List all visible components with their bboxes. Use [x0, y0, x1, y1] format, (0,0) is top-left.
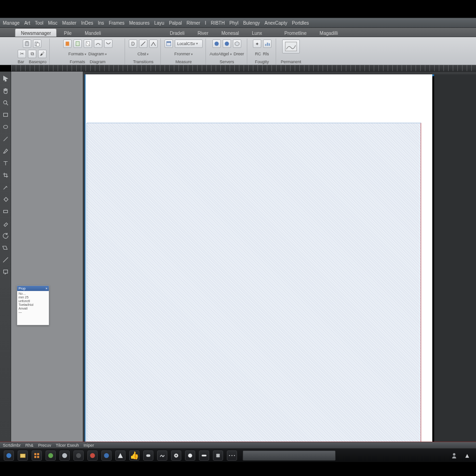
- localcsv-combo[interactable]: LocalCSv: [175, 40, 203, 48]
- clipboard-icon[interactable]: [23, 40, 31, 48]
- bucket-tool-icon[interactable]: [1, 195, 10, 204]
- menu-item-art[interactable]: Art: [24, 20, 30, 26]
- menu-item-palpal[interactable]: Palpal: [169, 20, 182, 26]
- tray-chevron-icon[interactable]: ▴: [462, 450, 472, 461]
- app11-icon[interactable]: [143, 450, 153, 461]
- measure-tool-icon[interactable]: [1, 256, 10, 264]
- menu-item-ribth[interactable]: RIBTH: [211, 20, 225, 26]
- menu-item-anexcapty[interactable]: AnexCapty: [264, 20, 287, 26]
- paste-icon[interactable]: [33, 40, 41, 48]
- ellipse-tool-icon[interactable]: [1, 123, 10, 131]
- grid-icon[interactable]: [32, 450, 42, 461]
- chart-icon[interactable]: [263, 40, 271, 48]
- eyedrop-tool-icon[interactable]: [1, 183, 10, 192]
- pill-icon[interactable]: [199, 450, 209, 461]
- tab-pile[interactable]: Pile: [58, 28, 78, 37]
- status-item[interactable]: Tilcer Eseuh: [56, 443, 79, 448]
- menu-item-bulengy[interactable]: Bulengy: [243, 20, 260, 26]
- explorer-icon[interactable]: [18, 450, 28, 461]
- menu-item-ritmer[interactable]: Ritmer: [186, 20, 200, 26]
- app8-icon[interactable]: [101, 450, 112, 461]
- app12-icon[interactable]: [157, 450, 167, 461]
- canvas-page[interactable]: [86, 123, 421, 442]
- prop-row[interactable]: No…: [19, 292, 47, 295]
- format-painter-icon[interactable]: 🖌: [38, 50, 46, 58]
- fronmer-dropdown[interactable]: Fronmer: [174, 52, 193, 56]
- gradient-tool-icon[interactable]: [1, 207, 10, 216]
- clover-icon[interactable]: [213, 450, 223, 461]
- preview-thumbnail-icon[interactable]: [282, 40, 300, 53]
- menu-item-master[interactable]: Master: [62, 20, 77, 26]
- cut-icon[interactable]: ✂: [18, 50, 26, 58]
- thumb-icon[interactable]: 👍: [129, 450, 139, 461]
- page2-icon[interactable]: [73, 40, 82, 48]
- menu-item-phyl[interactable]: Phyl: [229, 20, 238, 26]
- menu-item-portdles[interactable]: Portdles: [292, 20, 309, 26]
- cbst-dropdown[interactable]: Cbst: [138, 52, 149, 56]
- app9-icon[interactable]: [115, 450, 126, 461]
- new-doc-icon[interactable]: [84, 40, 92, 48]
- globe-icon[interactable]: [212, 40, 221, 48]
- line-tool-icon[interactable]: [1, 135, 10, 143]
- menu-item-frames[interactable]: Frames: [109, 20, 125, 26]
- tab-monesal[interactable]: Monesal: [215, 28, 245, 37]
- dot-icon[interactable]: [185, 450, 195, 461]
- connector-icon[interactable]: [94, 40, 102, 48]
- app4-icon[interactable]: [46, 450, 56, 461]
- prop-row[interactable]: unfonctl: [19, 299, 47, 303]
- properties-panel-header[interactable]: Prop ×: [17, 286, 49, 291]
- wand-icon[interactable]: ✦: [253, 40, 261, 48]
- menu-item-measures[interactable]: Measures: [129, 20, 150, 26]
- prop-row[interactable]: Toetadhiol: [19, 303, 47, 306]
- tab-newsmanager[interactable]: Newsmanager: [15, 28, 57, 37]
- connector2-icon[interactable]: [104, 40, 112, 48]
- prop-row[interactable]: —: [19, 311, 47, 314]
- d-shape-icon[interactable]: D: [129, 40, 137, 48]
- menu-item-misc[interactable]: Misc: [48, 20, 58, 26]
- close-icon[interactable]: ×: [46, 287, 47, 290]
- hand-tool-icon[interactable]: [1, 86, 10, 95]
- note-tool-icon[interactable]: [1, 268, 10, 276]
- formats-dropdown[interactable]: Formats: [68, 52, 86, 56]
- menu-item-ins[interactable]: Ins: [98, 20, 104, 26]
- status-item[interactable]: Iniper: [84, 443, 94, 448]
- rect-tool-icon[interactable]: [1, 111, 10, 119]
- properties-panel[interactable]: Prop × No… mm 25 unfonctl Toetadhiol Anv…: [17, 285, 49, 325]
- status-item[interactable]: Precuv: [38, 443, 51, 448]
- angle-icon[interactable]: [149, 40, 158, 48]
- text-tool-icon[interactable]: [1, 159, 10, 167]
- tab-lunx[interactable]: Lunx: [246, 28, 268, 37]
- menu-item-layu[interactable]: Layu: [154, 20, 165, 26]
- tab-prometline[interactable]: Prometline: [278, 28, 313, 37]
- copy-icon[interactable]: ⧉: [28, 50, 36, 58]
- record-icon[interactable]: [171, 450, 181, 461]
- tray-person-icon[interactable]: [449, 450, 459, 461]
- start-button-icon[interactable]: [4, 450, 14, 461]
- app6-icon[interactable]: [73, 450, 84, 461]
- menu-item-indes[interactable]: InDes: [81, 20, 93, 26]
- more-icon[interactable]: ⋯: [227, 450, 237, 461]
- line-icon[interactable]: [139, 40, 147, 48]
- status-item[interactable]: Rh&: [26, 443, 34, 448]
- select-tool-icon[interactable]: [1, 74, 10, 83]
- pen-tool-icon[interactable]: [1, 147, 10, 155]
- autoattgel-dropdown[interactable]: AutoAttgel: [210, 52, 232, 56]
- panel-icon[interactable]: [165, 40, 173, 48]
- diagram-dropdown[interactable]: Diagram: [88, 52, 107, 56]
- app7-icon[interactable]: [87, 450, 98, 461]
- prop-row[interactable]: Anvall: [19, 307, 47, 310]
- menu-item-tool[interactable]: Tool: [35, 20, 43, 26]
- taskbar-active-window[interactable]: [243, 450, 336, 461]
- tab-river[interactable]: River: [192, 28, 214, 37]
- cube-icon[interactable]: [233, 40, 241, 48]
- zoom-tool-icon[interactable]: [1, 99, 10, 107]
- rotate-tool-icon[interactable]: [1, 231, 10, 240]
- shear-tool-icon[interactable]: [1, 244, 10, 252]
- crop-tool-icon[interactable]: [1, 171, 10, 179]
- prop-row[interactable]: mm 25: [19, 296, 47, 299]
- tab-magadilli[interactable]: Magadilli: [314, 28, 344, 37]
- menu-item-manage[interactable]: Manage: [3, 20, 20, 26]
- app5-icon[interactable]: [60, 450, 70, 461]
- status-item[interactable]: Scrtdimbr: [3, 443, 21, 448]
- menu-item-i[interactable]: I: [205, 20, 206, 26]
